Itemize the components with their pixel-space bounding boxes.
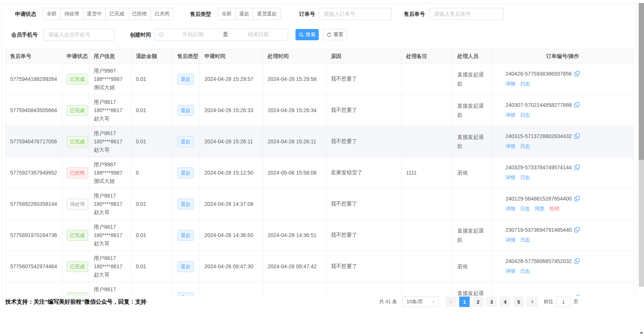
detail-link[interactable]: 详情 [505,237,515,243]
remark-cell [402,220,453,251]
refund-amount: 0.01 [136,76,146,82]
handle-time-cell: 2024-04-28 09:47:42 [263,251,326,282]
user-info-line: 赵大哥 [94,239,126,248]
order-number: 240428-5775938386937856 [505,71,572,77]
handler-cell: 直接发起退款 [453,220,492,251]
detail-link[interactable]: 详情 [505,268,515,275]
scrollbar-thumb[interactable] [639,3,644,160]
detail-link[interactable]: 详情 [505,81,515,87]
approve-link[interactable]: 同意 [535,205,545,212]
refund-amount-cell: 0.01 [131,126,173,157]
status-filter-option[interactable]: 全部 [43,8,61,20]
copy-icon[interactable] [574,258,580,264]
handler-cell: 直接发起退款 [453,95,492,126]
order-number: 240428-5775606657452032 [505,258,572,264]
order-line: 240428-5775938386937856 [505,71,629,77]
clock-icon [158,32,164,37]
table-row: 5775891970164736已完成用户8617180****8617赵大哥0… [6,220,634,251]
status-filter-option[interactable]: 已完成 [105,8,128,20]
user-info-line: 用户8617 [94,254,126,262]
log-link[interactable]: 日志 [520,81,530,87]
table-row: 5775944188299264已完成用户9987188****9987测试大姐… [6,64,634,95]
log-link[interactable]: 日志 [520,205,530,212]
log-link[interactable]: 日志 [520,143,530,150]
status-filter-label: 申请状态 [15,8,36,20]
type-badge: 退款 [177,74,194,85]
log-link[interactable]: 日志 [520,268,530,275]
reject-link[interactable]: 拒绝 [550,205,559,212]
log-link[interactable]: 日志 [520,112,530,119]
user-info-line: 赵大哥 [94,146,126,154]
table-row: 5775940843505664已完成用户8617180****8617赵大哥0… [6,95,634,126]
detail-link[interactable]: 详情 [505,112,515,119]
page-button-5[interactable]: 5 [513,296,524,307]
remark-cell [402,189,453,220]
detail-link[interactable]: 详情 [505,143,515,150]
service-no-input[interactable] [429,8,504,20]
log-link[interactable]: 日志 [520,174,530,181]
service-no-label: 售后单号 [404,8,425,20]
scrollbar-down-button[interactable] [639,330,644,336]
reason-cell: 我不想要了 [326,189,402,220]
reason-cell: 我不想要了 [326,64,402,95]
detail-link[interactable]: 详情 [505,205,515,212]
search-button[interactable]: 搜索 [295,29,319,40]
status-filter-option[interactable]: 退货中 [83,8,106,20]
order-number: 240307-5702144858277888 [505,102,572,108]
copy-icon[interactable] [574,164,580,170]
search-icon [299,32,304,37]
user-info-line: 用户9987 [94,160,126,169]
type-filter-option[interactable]: 全部 [218,8,236,20]
log-link[interactable]: 日志 [520,237,530,243]
row-actions: 详情日志 [505,112,629,119]
column-header: 处理备注 [402,49,453,64]
page-button-3[interactable]: 3 [486,296,497,307]
status-filter-option[interactable]: 待处理 [60,8,83,20]
reason-cell: 我不想要了 [326,126,402,157]
status-filter-option[interactable]: 已关闭 [151,8,174,20]
status-filter-option[interactable]: 已拒绝 [128,8,151,20]
page-button-1[interactable]: 1 [459,296,470,307]
column-header: 订单编号/操作 [492,49,634,64]
row-actions: 详情日志 [505,268,629,275]
vertical-scrollbar[interactable] [639,0,644,336]
user-info-line: 测试大姐 [94,177,126,185]
phone-input[interactable] [43,29,115,41]
copy-icon[interactable] [574,133,580,139]
type-filter-option[interactable]: 退款 [235,8,253,20]
after-sales-id: 5775891970164736 [10,232,57,238]
next-page-icon [530,300,534,304]
copy-icon[interactable] [574,227,580,233]
user-info-line: 赵大哥 [94,208,126,216]
prev-page-button[interactable] [446,296,456,307]
reset-button[interactable]: 重置 [323,29,347,40]
order-number: 240329-5733784749574144 [505,164,572,170]
start-date-placeholder[interactable]: 开始日期 [164,31,222,38]
order-actions-cell: 240307-5702144858277888详情日志 [492,95,634,126]
type-badge: 退款 [177,230,194,241]
column-header: 处理时间 [263,49,326,64]
order-no-input[interactable] [319,8,391,20]
page-button-4[interactable]: 4 [500,296,510,307]
copy-icon[interactable] [574,102,580,108]
after-sales-id: 5775607542974464 [10,263,57,269]
type-filter-option[interactable]: 退货退款 [253,8,281,20]
reason: 我不想要了 [331,138,357,144]
page-size-select[interactable]: 10条/页 [402,296,439,307]
order-line: 240307-5702144858277888 [505,102,629,108]
copy-icon[interactable] [574,196,580,202]
reason: 我不想要了 [331,107,357,113]
user-info-line: 180****8617 [94,200,126,208]
next-page-button[interactable] [527,296,537,307]
user-info-line: 用户8617 [94,223,126,231]
status-badge: 待处理 [67,199,88,210]
goto-page-input[interactable] [556,296,571,307]
end-date-placeholder[interactable]: 结束日期 [229,31,288,38]
detail-link[interactable]: 详情 [505,174,515,181]
page-button-2[interactable]: 2 [473,296,483,307]
date-range-picker[interactable]: 开始日期 至 结束日期 [154,29,288,41]
table-row: 5775927357949952已拒绝用户9987188****9987测试大姐… [6,157,634,189]
after-sales-id: 5775940476717056 [10,138,57,144]
apply-time: 2024-04-28 15:12:50 [204,170,253,176]
copy-icon[interactable] [574,71,580,77]
